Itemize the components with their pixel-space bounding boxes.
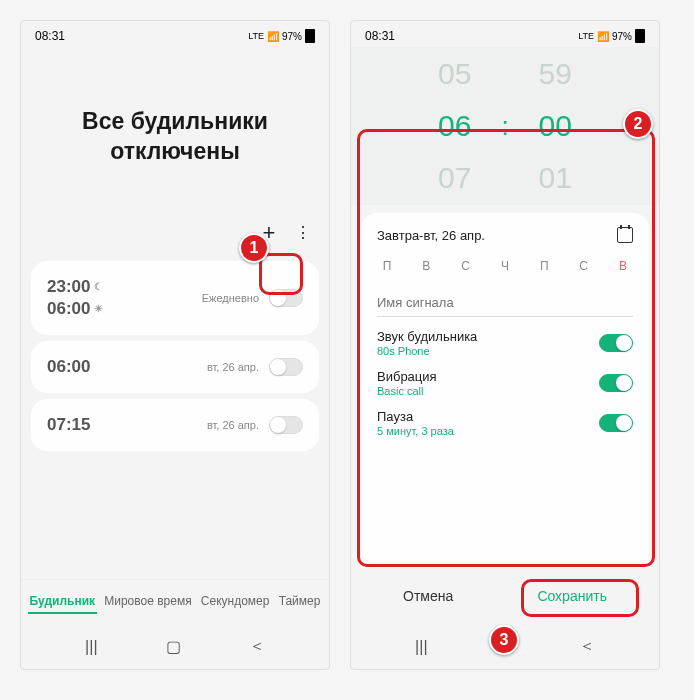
battery-icon	[305, 29, 315, 43]
home-icon[interactable]: ▢	[496, 637, 511, 656]
minute-column[interactable]: 59 00 01	[539, 57, 572, 195]
sun-icon: ☀	[94, 303, 103, 314]
tab-timer[interactable]: Таймер	[277, 590, 323, 614]
back-icon[interactable]: ＜	[249, 636, 265, 657]
day-thu[interactable]: Ч	[495, 259, 515, 273]
status-time: 08:31	[35, 29, 65, 43]
more-icon[interactable]: ⋮	[293, 223, 313, 242]
alarm-toggle[interactable]	[269, 416, 303, 434]
alarm-item[interactable]: 23:00☾ 06:00☀ Ежедневно	[31, 261, 319, 335]
status-bar: 08:31 LTE 📶 97%	[21, 21, 329, 47]
status-right: LTE 📶 97%	[248, 29, 315, 43]
status-time: 08:31	[365, 29, 395, 43]
pause-row[interactable]: Пауза 5 минут, 3 раза	[377, 409, 633, 437]
alarm-toggle[interactable]	[269, 358, 303, 376]
date-row: Завтра-вт, 26 апр.	[377, 227, 633, 243]
screen-alarm-list: 08:31 LTE 📶 97% Все будильники отключены…	[20, 20, 330, 670]
home-icon[interactable]: ▢	[166, 637, 181, 656]
alarm-item[interactable]: 06:00 вт, 26 апр.	[31, 341, 319, 393]
bottom-buttons: Отмена Сохранить	[351, 568, 659, 624]
tab-world[interactable]: Мировое время	[102, 590, 193, 614]
weekday-picker: П В С Ч П С В	[377, 255, 633, 277]
cancel-button[interactable]: Отмена	[385, 582, 471, 610]
moon-icon: ☾	[94, 281, 103, 292]
calendar-icon[interactable]	[617, 227, 633, 243]
pause-toggle[interactable]	[599, 414, 633, 432]
vibration-row[interactable]: Вибрация Basic call	[377, 369, 633, 397]
vibration-toggle[interactable]	[599, 374, 633, 392]
tab-stopwatch[interactable]: Секундомер	[199, 590, 272, 614]
status-bar: 08:31 LTE 📶 97%	[351, 21, 659, 47]
day-fri[interactable]: П	[534, 259, 554, 273]
alarm-name-input[interactable]	[377, 289, 633, 317]
hour-column[interactable]: 05 06 07	[438, 57, 471, 195]
screen-alarm-edit: 08:31 LTE 📶 97% 05 06 07 : 59 00 01 Завт…	[350, 20, 660, 670]
recent-apps-icon[interactable]: |||	[85, 638, 97, 656]
alarm-toggle[interactable]	[269, 289, 303, 307]
alarm-list: 23:00☾ 06:00☀ Ежедневно 06:00 вт, 26 апр…	[21, 255, 329, 579]
android-navbar: ||| ▢ ＜	[21, 624, 329, 669]
recent-apps-icon[interactable]: |||	[415, 638, 427, 656]
battery-icon	[635, 29, 645, 43]
day-sat[interactable]: С	[574, 259, 594, 273]
time-picker[interactable]: 05 06 07 : 59 00 01	[351, 47, 659, 205]
alarm-settings: Завтра-вт, 26 апр. П В С Ч П С В Звук бу…	[361, 213, 649, 568]
toolbar: + ⋮	[21, 217, 329, 255]
day-wed[interactable]: С	[456, 259, 476, 273]
status-right: LTE 📶 97%	[578, 29, 645, 43]
day-tue[interactable]: В	[416, 259, 436, 273]
tab-alarm[interactable]: Будильник	[28, 590, 97, 614]
sound-toggle[interactable]	[599, 334, 633, 352]
day-sun[interactable]: В	[613, 259, 633, 273]
bottom-tabs: Будильник Мировое время Секундомер Тайме…	[21, 579, 329, 624]
page-title: Все будильники отключены	[21, 47, 329, 217]
alarm-item[interactable]: 07:15 вт, 26 апр.	[31, 399, 319, 451]
android-navbar: ||| ▢ ＜	[351, 624, 659, 669]
back-icon[interactable]: ＜	[579, 636, 595, 657]
save-button[interactable]: Сохранить	[519, 582, 625, 610]
day-mon[interactable]: П	[377, 259, 397, 273]
add-alarm-button[interactable]: +	[253, 217, 285, 249]
sound-row[interactable]: Звук будильника 80s Phone	[377, 329, 633, 357]
